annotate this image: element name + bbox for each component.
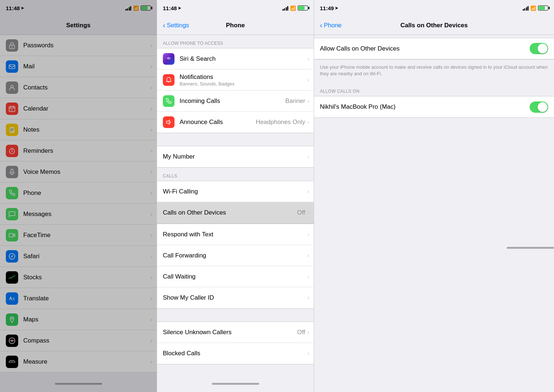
allow-access-section-header: ALLOW PHONE TO ACCESS xyxy=(157,35,314,48)
calls-other-devices-label: Calls on Other Devices xyxy=(163,209,297,216)
blocked-calls-label: Blocked Calls xyxy=(163,350,308,357)
compass-chevron: › xyxy=(150,337,152,344)
wifi-calling-row[interactable]: Wi-Fi Calling › xyxy=(157,181,314,202)
call-waiting-row[interactable]: Call Waiting › xyxy=(157,266,314,287)
settings-item-stocks[interactable]: Stocks › xyxy=(0,267,157,288)
calendar-chevron: › xyxy=(150,105,152,112)
safari-label: Safari xyxy=(23,253,150,260)
allow-calls-toggle[interactable] xyxy=(530,43,548,54)
settings-item-notes[interactable]: Notes › xyxy=(0,119,157,140)
svg-rect-2 xyxy=(9,65,15,69)
status-bar-1: 11:48 ➤ 📶 xyxy=(0,0,157,16)
back-to-phone-button[interactable]: ‹ Phone xyxy=(320,21,342,29)
settings-item-contacts[interactable]: Contacts › xyxy=(0,77,157,98)
calls-group-2: Respond with Text › Call Forwarding › Ca… xyxy=(157,224,314,309)
svg-point-11 xyxy=(12,256,13,257)
compass-icon xyxy=(6,335,18,347)
measure-icon xyxy=(6,356,18,368)
respond-text-row[interactable]: Respond with Text › xyxy=(157,224,314,245)
blocked-calls-chevron: › xyxy=(308,350,309,357)
settings-item-facetime[interactable]: FaceTime › xyxy=(0,225,157,246)
contacts-icon xyxy=(6,81,18,94)
location-icon-1: ➤ xyxy=(21,6,24,11)
settings-item-compass[interactable]: Compass › xyxy=(0,330,157,351)
settings-item-voicememos[interactable]: Voice Memos › xyxy=(0,161,157,183)
caller-id-label: Show My Caller ID xyxy=(163,294,308,301)
blocked-calls-row[interactable]: Blocked Calls › xyxy=(157,343,314,364)
messages-icon xyxy=(6,208,18,220)
notifications-chevron: › xyxy=(308,77,309,83)
call-waiting-chevron: › xyxy=(308,273,309,280)
notifications-content: Notifications Banners, Sounds, Badges xyxy=(180,73,308,87)
wifi-icon-1: 📶 xyxy=(133,5,139,11)
reminders-icon xyxy=(6,145,18,157)
incoming-calls-row[interactable]: Incoming Calls Banner › xyxy=(157,91,314,112)
settings-list: Passwords › Mail › Contacts › xyxy=(0,35,157,392)
incoming-calls-label: Incoming Calls xyxy=(180,97,285,105)
silence-unknown-row[interactable]: Silence Unknown Callers Off › xyxy=(157,322,314,343)
macbook-pro-label: Nikhil's MacBook Pro (Mac) xyxy=(320,103,530,111)
caller-id-row[interactable]: Show My Caller ID › xyxy=(157,287,314,308)
calls-other-devices-row[interactable]: Calls on Other Devices Off › xyxy=(157,202,314,223)
calendar-icon: 31 xyxy=(6,103,18,115)
silence-unknown-value: Off xyxy=(297,329,305,336)
settings-item-translate[interactable]: A 文 Translate › xyxy=(0,288,157,309)
notes-label: Notes xyxy=(23,126,150,133)
settings-title: Settings xyxy=(66,22,91,29)
back-to-settings-button[interactable]: ‹ Settings xyxy=(163,21,189,29)
svg-text:文: 文 xyxy=(12,297,15,301)
phone-chevron: › xyxy=(150,190,152,196)
status-right-1: 📶 xyxy=(125,5,151,11)
signal-icon-3 xyxy=(523,6,529,11)
settings-item-mail[interactable]: Mail › xyxy=(0,56,157,77)
settings-item-measure[interactable]: Measure › xyxy=(0,351,157,372)
siri-chevron: › xyxy=(308,56,309,62)
allow-calls-on-header: ALLOW CALLS ON xyxy=(314,83,554,96)
allow-calls-row: Allow Calls on Other Devices xyxy=(314,38,554,59)
macbook-pro-toggle[interactable] xyxy=(530,101,548,113)
settings-item-safari[interactable]: Safari › xyxy=(0,246,157,267)
call-forwarding-row[interactable]: Call Forwarding › xyxy=(157,245,314,266)
settings-item-passwords[interactable]: Passwords › xyxy=(0,35,157,56)
contacts-chevron: › xyxy=(150,84,152,91)
notifications-label: Notifications xyxy=(180,73,308,81)
voicememos-label: Voice Memos xyxy=(23,168,150,176)
passwords-icon xyxy=(6,39,18,52)
phone-title: Phone xyxy=(226,22,245,29)
safari-icon xyxy=(6,250,18,263)
signal-icon-2 xyxy=(282,6,289,11)
settings-item-reminders[interactable]: Reminders › xyxy=(0,140,157,161)
stocks-icon xyxy=(6,271,18,284)
call-forwarding-chevron: › xyxy=(308,252,309,259)
settings-item-calendar[interactable]: 31 Calendar › xyxy=(0,98,157,119)
settings-panel: 11:48 ➤ 📶 Settings xyxy=(0,0,157,392)
mail-icon xyxy=(6,60,18,73)
phone-content: ALLOW PHONE TO ACCESS Siri & Search › xyxy=(157,35,314,392)
announce-calls-chevron: › xyxy=(308,119,309,125)
measure-label: Measure xyxy=(23,358,150,365)
wifi-calling-chevron: › xyxy=(308,188,309,195)
silence-unknown-label: Silence Unknown Callers xyxy=(163,329,297,336)
scroll-indicator-3 xyxy=(507,247,554,249)
svg-text:31: 31 xyxy=(10,109,13,111)
allow-access-group: Siri & Search › Notifications Banners, S… xyxy=(157,48,314,133)
mail-label: Mail xyxy=(23,63,150,70)
messages-label: Messages xyxy=(23,211,150,218)
svg-rect-9 xyxy=(9,233,13,237)
incoming-calls-chevron: › xyxy=(308,98,309,104)
caller-id-chevron: › xyxy=(308,295,309,301)
location-icon-3: ➤ xyxy=(335,6,338,11)
notifications-row[interactable]: Notifications Banners, Sounds, Badges › xyxy=(157,69,314,91)
settings-item-phone[interactable]: Phone › xyxy=(0,183,157,204)
phone-icon xyxy=(6,187,18,199)
my-number-row[interactable]: My Number › xyxy=(157,146,314,167)
settings-item-messages[interactable]: Messages › xyxy=(0,204,157,225)
status-time-1: 11:48 ➤ xyxy=(6,5,24,11)
announce-calls-row[interactable]: Announce Calls Headphones Only › xyxy=(157,112,314,133)
reminders-label: Reminders xyxy=(23,147,150,155)
settings-header: Settings xyxy=(0,16,157,35)
siri-search-row[interactable]: Siri & Search › xyxy=(157,48,314,69)
stocks-label: Stocks xyxy=(23,274,150,281)
back-to-phone-label: Phone xyxy=(324,22,342,29)
settings-item-maps[interactable]: Maps › xyxy=(0,309,157,330)
